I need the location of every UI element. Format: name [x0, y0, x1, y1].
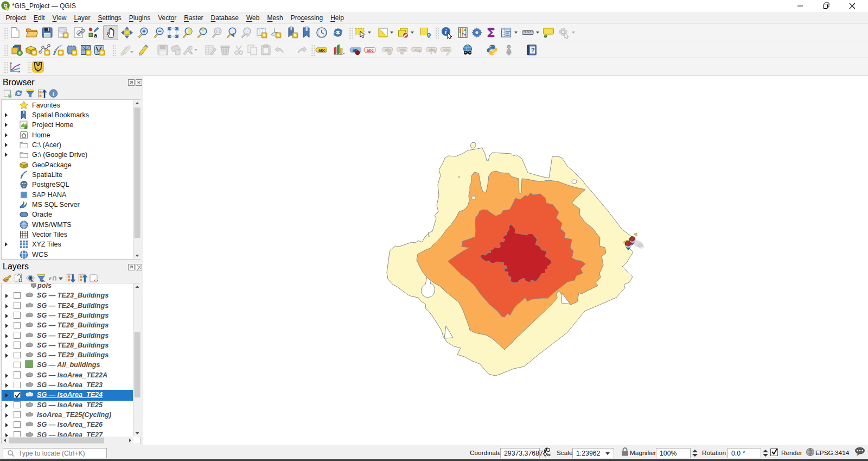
svg-text:ε: ε [49, 274, 52, 282]
svg-text:abc: abc [385, 48, 392, 52]
svg-text:1:1: 1:1 [216, 30, 221, 34]
svg-text:a: a [94, 32, 98, 39]
svg-text:abc: abc [400, 48, 406, 52]
svg-text:abc: abc [367, 48, 374, 53]
svg-text:?: ? [531, 47, 535, 53]
svg-text:abc: abc [318, 48, 326, 53]
